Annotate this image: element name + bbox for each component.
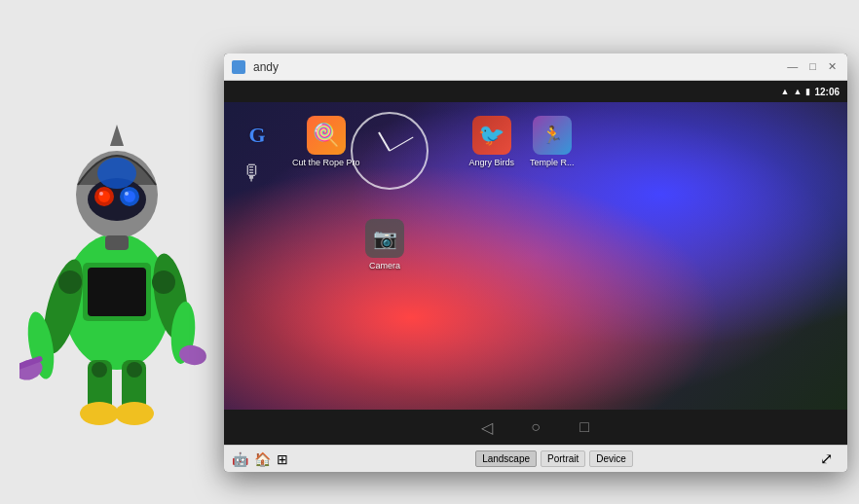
toolbar-left: 🤖 🏠 ⊞ (232, 451, 288, 467)
title-bar-left: andy (232, 60, 279, 74)
mic-icon[interactable]: 🎙 (242, 161, 263, 186)
home-icon: 🏠 (254, 451, 271, 467)
svg-point-24 (92, 362, 107, 378)
desktop-area: G 🍭 Cut the Rope Pro 🐦 Angry Birds (224, 102, 657, 410)
svg-point-26 (58, 270, 82, 294)
svg-point-22 (80, 402, 119, 425)
emulator-window: andy — □ ✕ ▲ ▲ ▮ 12:06 (224, 54, 847, 472)
svg-point-27 (152, 270, 175, 294)
camera-app-icon[interactable]: 📷 Camera (365, 219, 404, 270)
emulator-toolbar: 🤖 🏠 ⊞ Landscape Portrait Device ⤢ (224, 445, 847, 472)
app-icon (232, 60, 245, 74)
svg-marker-4 (110, 125, 124, 146)
minimize-button[interactable]: — (784, 60, 801, 73)
back-button[interactable]: ◁ (477, 417, 497, 437)
view-buttons: Landscape Portrait Device (475, 450, 633, 467)
svg-point-25 (127, 362, 142, 378)
angrybirds-app-icon[interactable]: 🐦 Angry Birds (469, 116, 515, 167)
home-button[interactable]: ○ (526, 417, 545, 437)
close-button[interactable]: ✕ (825, 60, 840, 73)
robot-svg (19, 49, 214, 457)
wifi-icon: ▲ (781, 87, 790, 96)
grid-icon: ⊞ (277, 451, 288, 467)
title-bar-controls[interactable]: — □ ✕ (784, 60, 840, 73)
device-button[interactable]: Device (589, 450, 633, 467)
status-time: 12:06 (814, 87, 840, 97)
svg-rect-28 (105, 235, 129, 250)
window-title: andy (253, 60, 279, 74)
battery-icon: ▮ (805, 87, 810, 96)
landscape-button[interactable]: Landscape (475, 450, 537, 467)
recent-button[interactable]: □ (575, 417, 594, 437)
svg-point-11 (125, 192, 129, 196)
android-main: G 🍭 Cut the Rope Pro 🐦 Angry Birds (224, 102, 847, 410)
status-bar: ▲ ▲ ▮ 12:06 (224, 81, 847, 102)
android-content: ▲ ▲ ▮ 12:06 G (224, 81, 847, 445)
title-bar: andy — □ ✕ (224, 54, 847, 81)
signal-icon: ▲ (794, 87, 803, 96)
camera-label: Camera (369, 261, 400, 270)
maximize-button[interactable]: □ (806, 60, 819, 73)
clock-widget (351, 112, 429, 190)
svg-point-8 (99, 192, 103, 196)
andy-robot-icon: 🤖 (232, 451, 248, 467)
android-nav-bar: ◁ ○ □ (224, 410, 847, 445)
svg-point-23 (115, 402, 154, 425)
svg-point-12 (97, 158, 136, 189)
portrait-button[interactable]: Portrait (541, 450, 585, 467)
svg-rect-2 (88, 268, 146, 316)
resize-handle: ⤢ (820, 450, 840, 468)
temple-label: Temple R... (530, 158, 575, 167)
angrybirds-label: Angry Birds (469, 158, 515, 167)
robot-figure (0, 29, 234, 477)
temple-app-icon[interactable]: 🏃 Temple R... (530, 116, 575, 167)
